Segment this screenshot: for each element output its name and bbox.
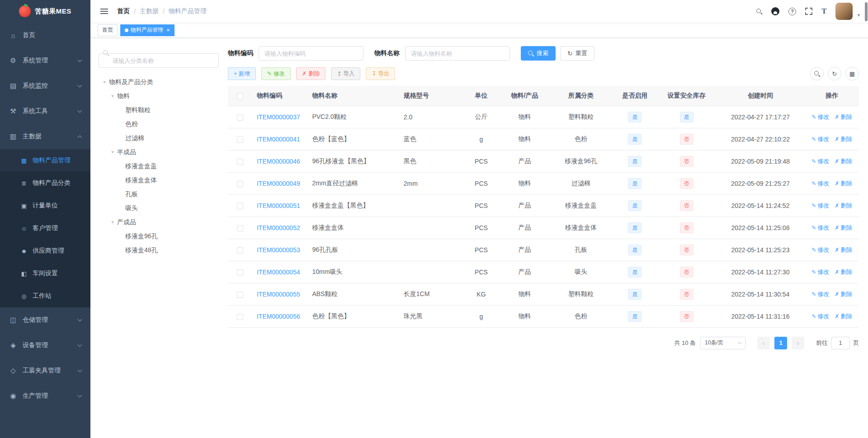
tree-node[interactable]: 孔板 bbox=[99, 187, 219, 201]
search-icon[interactable] bbox=[756, 9, 762, 14]
row-edit-link[interactable]: ✎修改 bbox=[811, 268, 829, 276]
tree-node[interactable]: 色粉 bbox=[99, 117, 219, 131]
fullscreen-icon[interactable] bbox=[805, 8, 812, 15]
row-edit-link[interactable]: ✎修改 bbox=[811, 135, 829, 143]
sidebar-item-tools[interactable]: ⚒系统工具 bbox=[0, 99, 90, 124]
row-edit-link[interactable]: ✎修改 bbox=[811, 113, 829, 121]
row-checkbox[interactable] bbox=[237, 269, 243, 276]
row-delete-link[interactable]: ✗删除 bbox=[835, 268, 852, 276]
tree-node[interactable]: 移液盒盒体 bbox=[99, 173, 219, 187]
row-edit-link[interactable]: ✎修改 bbox=[811, 312, 829, 320]
row-delete-link[interactable]: ✗删除 bbox=[835, 157, 852, 165]
tree-node[interactable]: 过滤棉 bbox=[99, 131, 219, 145]
row-delete-link[interactable]: ✗删除 bbox=[835, 246, 852, 254]
vertical-scrollbar[interactable] bbox=[864, 0, 868, 438]
item-code-link[interactable]: ITEM00000046 bbox=[252, 150, 307, 172]
close-icon[interactable]: × bbox=[166, 27, 170, 33]
tree-node[interactable]: ▾物料 bbox=[99, 89, 219, 103]
row-delete-link[interactable]: ✗删除 bbox=[835, 113, 852, 121]
row-edit-link[interactable]: ✎修改 bbox=[811, 157, 829, 165]
row-checkbox[interactable] bbox=[237, 203, 243, 209]
row-delete-link[interactable]: ✗删除 bbox=[835, 290, 852, 298]
item-code-link[interactable]: ITEM00000049 bbox=[252, 172, 307, 194]
row-edit-link[interactable]: ✎修改 bbox=[811, 224, 829, 232]
name-filter-input[interactable] bbox=[405, 46, 510, 61]
row-checkbox[interactable] bbox=[237, 114, 243, 121]
row-checkbox[interactable] bbox=[237, 292, 243, 298]
logo[interactable]: 苦糖果MES bbox=[0, 0, 90, 23]
columns-button[interactable]: ▦ bbox=[845, 67, 859, 80]
breadcrumb-item[interactable]: 首页 bbox=[117, 7, 130, 15]
sidebar-subitem-material-mgmt[interactable]: ▦物料产品管理 bbox=[0, 149, 90, 172]
export-button[interactable]: ↧ 导出 bbox=[366, 67, 395, 80]
row-delete-link[interactable]: ✗删除 bbox=[835, 179, 852, 188]
sidebar-item-tooling[interactable]: ◇工装夹具管理 bbox=[0, 358, 90, 383]
row-checkbox[interactable] bbox=[237, 159, 243, 165]
row-edit-link[interactable]: ✎修改 bbox=[811, 179, 829, 188]
next-page-button[interactable]: › bbox=[792, 337, 804, 349]
reset-button[interactable]: ↻ 重置 bbox=[560, 46, 594, 61]
row-checkbox[interactable] bbox=[237, 225, 243, 231]
refresh-button[interactable]: ↻ bbox=[828, 67, 841, 80]
github-icon[interactable] bbox=[771, 7, 779, 15]
sidebar-item-production[interactable]: ◉生产管理 bbox=[0, 383, 90, 409]
toggle-search-button[interactable] bbox=[810, 67, 824, 80]
sidebar-subitem-workshop[interactable]: ◧车间设置 bbox=[0, 262, 90, 285]
row-delete-link[interactable]: ✗删除 bbox=[835, 224, 852, 232]
tree-node[interactable]: ▾半成品 bbox=[99, 145, 219, 159]
sidebar-item-warehouse[interactable]: ◫仓储管理 bbox=[0, 307, 90, 333]
tree-node[interactable]: 移液盒48孔 bbox=[99, 243, 219, 257]
import-button[interactable]: ↥ 导入 bbox=[331, 67, 360, 80]
row-delete-link[interactable]: ✗删除 bbox=[835, 135, 852, 143]
item-code-link[interactable]: ITEM00000053 bbox=[252, 239, 307, 261]
row-checkbox[interactable] bbox=[237, 137, 243, 143]
select-all-checkbox[interactable] bbox=[237, 93, 243, 99]
item-code-link[interactable]: ITEM00000051 bbox=[252, 194, 307, 217]
page-number-button[interactable]: 1 bbox=[774, 337, 787, 349]
delete-button[interactable]: ✗ 删除 bbox=[296, 67, 326, 80]
row-delete-link[interactable]: ✗删除 bbox=[835, 202, 852, 210]
hamburger-icon[interactable] bbox=[99, 6, 110, 16]
tree-node[interactable]: 移液盒盒盖 bbox=[99, 159, 219, 173]
sidebar-subitem-material-category[interactable]: ≣物料产品分类 bbox=[0, 172, 90, 194]
search-button[interactable]: 搜索 bbox=[521, 46, 556, 61]
tree-node[interactable]: ▾物料及产品分类 bbox=[99, 75, 219, 89]
tab-material[interactable]: 物料产品管理× bbox=[120, 24, 175, 36]
tab-home[interactable]: 首页 bbox=[98, 24, 118, 36]
sidebar-item-master-data[interactable]: ▥主数据 bbox=[0, 124, 90, 149]
item-code-link[interactable]: ITEM00000055 bbox=[252, 283, 307, 305]
sidebar-item-system[interactable]: ⚙系统管理 bbox=[0, 48, 90, 73]
tree-node[interactable]: 移液盒96孔 bbox=[99, 229, 219, 243]
tree-node[interactable]: ▾产成品 bbox=[99, 215, 219, 229]
item-code-link[interactable]: ITEM00000056 bbox=[252, 305, 307, 327]
row-checkbox[interactable] bbox=[237, 181, 243, 187]
add-button[interactable]: + 新增 bbox=[228, 67, 256, 80]
row-edit-link[interactable]: ✎修改 bbox=[811, 290, 829, 298]
goto-page-input[interactable] bbox=[831, 337, 850, 349]
sidebar-subitem-unit[interactable]: ▣计量单位 bbox=[0, 194, 90, 217]
page-size-select[interactable]: 10条/页 bbox=[700, 337, 745, 349]
row-edit-link[interactable]: ✎修改 bbox=[811, 246, 829, 254]
sidebar-subitem-customer[interactable]: ☺客户管理 bbox=[0, 217, 90, 240]
tree-node[interactable]: 塑料颗粒 bbox=[99, 103, 219, 117]
row-checkbox[interactable] bbox=[237, 314, 243, 320]
prev-page-button[interactable]: ‹ bbox=[757, 337, 770, 349]
category-search-input[interactable] bbox=[99, 53, 219, 68]
sidebar-subitem-workstation[interactable]: ◎工作站 bbox=[0, 285, 90, 307]
row-checkbox[interactable] bbox=[237, 247, 243, 254]
item-code-link[interactable]: ITEM00000054 bbox=[252, 261, 307, 283]
edit-button[interactable]: ✎ 修改 bbox=[261, 67, 291, 80]
item-code-link[interactable]: ITEM00000041 bbox=[252, 128, 307, 150]
row-delete-link[interactable]: ✗删除 bbox=[835, 312, 852, 320]
breadcrumb-item[interactable]: 主数据 bbox=[140, 7, 159, 15]
sidebar-subitem-supplier[interactable]: ☻供应商管理 bbox=[0, 240, 90, 262]
sidebar-item-monitor[interactable]: ▤系统监控 bbox=[0, 73, 90, 99]
font-size-icon[interactable]: T bbox=[821, 7, 826, 16]
item-code-link[interactable]: ITEM00000052 bbox=[252, 217, 307, 239]
user-avatar[interactable] bbox=[835, 3, 853, 20]
help-icon[interactable]: ? bbox=[788, 8, 796, 15]
code-filter-input[interactable] bbox=[259, 46, 363, 61]
tree-node[interactable]: 吸头 bbox=[99, 201, 219, 215]
row-edit-link[interactable]: ✎修改 bbox=[811, 202, 829, 210]
item-code-link[interactable]: ITEM00000037 bbox=[252, 106, 307, 128]
